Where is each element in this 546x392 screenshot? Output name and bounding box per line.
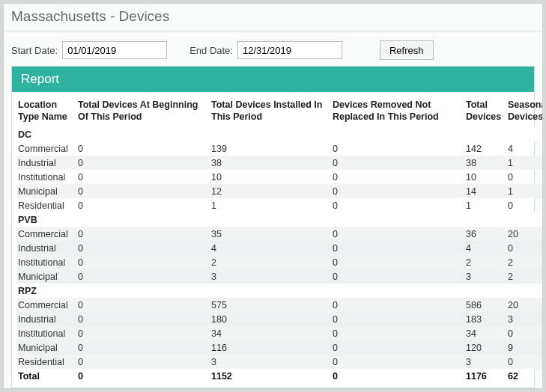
row-label: Institutional xyxy=(16,326,76,340)
row-value: 34 xyxy=(210,326,331,340)
row-value: 0 xyxy=(76,184,210,198)
row-value: 0 xyxy=(331,156,464,170)
row-value: 3 xyxy=(464,269,506,284)
group-label: PVB xyxy=(16,212,543,227)
row-label: Institutional xyxy=(16,255,76,269)
row-value: 0 xyxy=(76,269,210,284)
total-value: 1176 xyxy=(464,369,506,383)
row-value: 0 xyxy=(506,355,543,369)
row-value: 1 xyxy=(464,198,506,212)
row-value: 0 xyxy=(331,184,464,198)
row-value: 4 xyxy=(506,141,543,156)
row-value: 0 xyxy=(331,326,464,340)
group-row: DC xyxy=(16,127,543,141)
row-value: 38 xyxy=(210,156,331,170)
row-value: 0 xyxy=(76,355,210,369)
table-row: Municipal0120141 xyxy=(16,184,543,198)
row-value: 38 xyxy=(464,156,506,170)
table-row: Commercial013901424 xyxy=(16,141,543,156)
row-value: 0 xyxy=(76,326,210,340)
row-value: 0 xyxy=(76,141,210,156)
row-value: 20 xyxy=(506,298,543,312)
table-row: Residential01010 xyxy=(16,198,543,212)
row-value: 34 xyxy=(464,326,506,340)
table-header-row: Location Type Name Total Devices At Begi… xyxy=(16,97,543,127)
row-value: 0 xyxy=(76,198,210,212)
report-table: Location Type Name Total Devices At Begi… xyxy=(16,97,543,383)
report-header: Report xyxy=(12,67,534,92)
row-value: 0 xyxy=(506,170,543,184)
start-date-input[interactable] xyxy=(62,41,167,59)
total-value: 1152 xyxy=(210,369,331,383)
row-value: 0 xyxy=(76,312,210,326)
row-label: Residential xyxy=(16,355,76,369)
row-value: 180 xyxy=(210,312,331,326)
row-value: 9 xyxy=(506,340,543,355)
row-value: 0 xyxy=(331,355,464,369)
row-value: 2 xyxy=(210,255,331,269)
row-value: 142 xyxy=(464,141,506,156)
row-label: Industrial xyxy=(16,312,76,326)
page-title: Massachusetts - Devices xyxy=(4,4,542,31)
row-value: 0 xyxy=(331,170,464,184)
end-date-input[interactable] xyxy=(237,41,342,59)
col-seasonal: Seasonal Devices xyxy=(506,97,543,127)
row-value: 0 xyxy=(76,340,210,355)
row-value: 1 xyxy=(506,156,543,170)
row-label: Municipal xyxy=(16,184,76,198)
table-row: Institutional0340340 xyxy=(16,326,543,340)
row-value: 0 xyxy=(331,298,464,312)
refresh-button[interactable]: Refresh xyxy=(380,40,434,60)
col-location-type: Location Type Name xyxy=(16,97,76,127)
row-value: 36 xyxy=(464,227,506,241)
row-value: 4 xyxy=(464,241,506,255)
row-value: 0 xyxy=(76,255,210,269)
table-row: Municipal03032 xyxy=(16,269,543,284)
row-value: 12 xyxy=(210,184,331,198)
row-value: 0 xyxy=(76,241,210,255)
row-value: 183 xyxy=(464,312,506,326)
row-value: 4 xyxy=(210,241,331,255)
report-section: Report Location Type Name Total Devices … xyxy=(11,66,535,388)
row-value: 0 xyxy=(76,227,210,241)
total-row: Total011520117662 xyxy=(16,369,543,383)
row-value: 0 xyxy=(331,312,464,326)
total-value: 0 xyxy=(76,369,210,383)
row-value: 0 xyxy=(331,340,464,355)
table-row: Residential03030 xyxy=(16,355,543,369)
row-value: 14 xyxy=(464,184,506,198)
row-value: 0 xyxy=(331,269,464,284)
row-value: 10 xyxy=(464,170,506,184)
group-row: PVB xyxy=(16,212,543,227)
row-value: 575 xyxy=(210,298,331,312)
col-removed: Devices Removed Not Replaced In This Per… xyxy=(331,97,464,127)
col-total-devices: Total Devices xyxy=(464,97,506,127)
table-row: Industrial018001833 xyxy=(16,312,543,326)
row-label: Commercial xyxy=(16,298,76,312)
row-value: 0 xyxy=(331,255,464,269)
table-row: Industrial0380381 xyxy=(16,156,543,170)
row-value: 3 xyxy=(506,312,543,326)
row-label: Industrial xyxy=(16,156,76,170)
row-value: 1 xyxy=(210,198,331,212)
row-value: 35 xyxy=(210,227,331,241)
group-label: DC xyxy=(16,127,543,141)
row-value: 0 xyxy=(331,241,464,255)
row-label: Commercial xyxy=(16,141,76,156)
row-value: 0 xyxy=(76,156,210,170)
row-value: 2 xyxy=(464,255,506,269)
row-value: 0 xyxy=(331,141,464,156)
row-value: 3 xyxy=(210,269,331,284)
total-value: 0 xyxy=(331,369,464,383)
group-row: RPZ xyxy=(16,284,543,298)
row-value: 2 xyxy=(506,269,543,284)
table-row: Commercial03503620 xyxy=(16,227,543,241)
row-label: Institutional xyxy=(16,170,76,184)
table-row: Institutional02022 xyxy=(16,255,543,269)
row-value: 0 xyxy=(331,227,464,241)
row-label: Municipal xyxy=(16,340,76,355)
row-label: Commercial xyxy=(16,227,76,241)
row-value: 0 xyxy=(506,241,543,255)
row-value: 139 xyxy=(210,141,331,156)
row-value: 0 xyxy=(506,326,543,340)
